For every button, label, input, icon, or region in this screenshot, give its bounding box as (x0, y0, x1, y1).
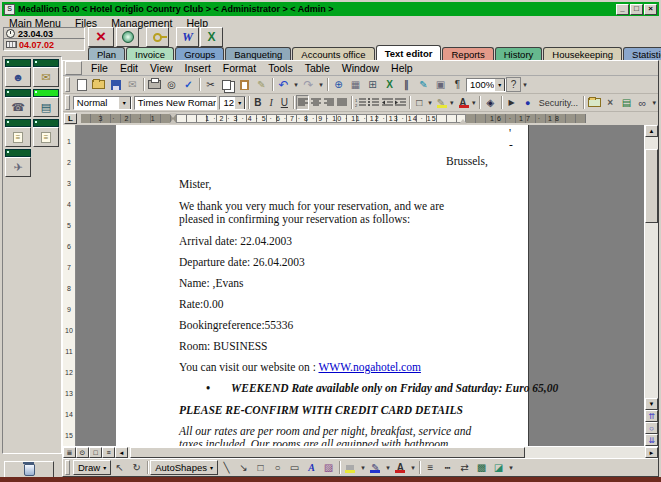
mail-button[interactable]: ✉ (33, 67, 59, 87)
redo-dropdown[interactable]: ▾ (317, 77, 325, 92)
help-button[interactable]: ? (506, 77, 521, 92)
copy-button[interactable] (219, 77, 236, 92)
toolbar-grip[interactable] (65, 460, 70, 476)
align-right-button[interactable] (323, 95, 336, 110)
toolbar-options-dropdown[interactable]: ▾ (521, 77, 529, 92)
tab-housekeeping[interactable]: Housekeeping (543, 47, 622, 60)
align-center-button[interactable] (309, 95, 322, 110)
word-menu-format[interactable]: Format (217, 62, 262, 74)
document-map-button[interactable]: ▣ (432, 77, 449, 92)
oval-tool-button[interactable]: ○ (269, 460, 286, 475)
line-style-button[interactable]: ≡ (422, 460, 439, 475)
insert-table-button[interactable]: ⊞ (364, 77, 381, 92)
website-link[interactable]: WWW.nogahotel.com (319, 361, 421, 373)
tab-plan[interactable]: Plan (88, 47, 125, 60)
send-button[interactable]: ✈ (5, 157, 31, 177)
draw-menu-button[interactable]: Draw ▾ (73, 460, 111, 475)
right-indent-marker[interactable] (459, 119, 467, 124)
exit-button[interactable]: × (88, 27, 114, 47)
toolbar-grip[interactable] (65, 61, 82, 74)
increase-indent-button[interactable] (394, 95, 407, 110)
free-rotate-button[interactable]: ↻ (128, 460, 145, 475)
design-mode-button[interactable] (586, 95, 602, 110)
scroll-right-button[interactable]: ► (645, 447, 658, 458)
bold-button[interactable]: B (251, 95, 264, 110)
decrease-indent-button[interactable] (381, 95, 394, 110)
word-menu-edit[interactable]: Edit (114, 62, 144, 74)
word-menu-view[interactable]: View (144, 62, 179, 74)
justify-button[interactable] (336, 95, 349, 110)
security-button[interactable]: Security... (536, 95, 581, 110)
select-browse-object-button[interactable]: ○ (645, 422, 658, 434)
medallion-macro-button[interactable]: ◈ (482, 95, 498, 110)
line-color-button[interactable]: ✎ (367, 460, 384, 475)
borders-button[interactable]: □ (412, 95, 426, 110)
word-menu-insert[interactable]: Insert (179, 62, 217, 74)
outline-view-button[interactable]: ≡ (102, 447, 115, 458)
toolbar-grip[interactable] (65, 77, 70, 93)
vertical-scroll-track[interactable] (645, 137, 658, 398)
vertical-scroll-thumb[interactable] (645, 149, 658, 223)
tab-text-editor[interactable]: Text editor (376, 45, 442, 60)
scroll-up-button[interactable]: ▲ (645, 125, 658, 137)
wordart-button[interactable]: A (303, 460, 320, 475)
tab-stop-selector[interactable]: L (64, 113, 77, 124)
title-bar[interactable]: S Medallion 5.00 < Hotel Origlio Country… (2, 2, 659, 16)
save-button[interactable] (107, 77, 124, 92)
arrow-tool-button[interactable]: ↘ (235, 460, 252, 475)
tab-groups[interactable]: Groups (175, 47, 224, 60)
highlight-dropdown[interactable]: ▾ (448, 95, 456, 110)
cut-button[interactable]: ✂ (202, 77, 219, 92)
scroll-down-button[interactable]: ▼ (645, 398, 658, 410)
trash-button[interactable] (4, 461, 54, 478)
word-menu-help[interactable]: Help (385, 62, 419, 74)
guest-button[interactable]: ☻ (5, 67, 31, 87)
word-menu-file[interactable]: File (85, 62, 114, 74)
excel-export-button[interactable]: X (200, 27, 223, 47)
show-hide-button[interactable]: ¶ (449, 77, 466, 92)
word-menu-table[interactable]: Table (299, 62, 336, 74)
tab-statistics[interactable]: Statistics (623, 47, 661, 60)
horizontal-scroll-thumb[interactable] (130, 447, 525, 458)
undo-dropdown[interactable]: ▾ (292, 77, 300, 92)
align-left-button[interactable] (296, 95, 309, 110)
text-box-button[interactable]: ▭ (286, 460, 303, 475)
insert-hyperlink-button[interactable]: ⊕ (330, 77, 347, 92)
undo-button[interactable]: ↶ (275, 77, 292, 92)
format-painter-button[interactable]: ✎ (253, 77, 270, 92)
close-button[interactable]: × (644, 4, 657, 15)
fill-color-button[interactable] (342, 460, 359, 475)
threed-button[interactable]: ◪ (490, 460, 507, 475)
font-color-button[interactable]: A (392, 460, 409, 475)
scheduler-button[interactable] (116, 27, 139, 47)
next-page-button[interactable]: ⇊ (645, 434, 658, 446)
word-menu-window[interactable]: Window (336, 62, 385, 74)
drawing-button[interactable]: ✎ (415, 77, 432, 92)
tab-accounts-office[interactable]: Accounts office (292, 47, 374, 60)
rectangle-tool-button[interactable]: □ (252, 460, 269, 475)
insert-clipart-button[interactable]: ▨ (320, 460, 337, 475)
restore-button[interactable]: □ (630, 4, 643, 15)
zoom-select[interactable]: 100% ▾ (466, 78, 506, 92)
autoshapes-menu-button[interactable]: AutoShapes ▾ (150, 460, 218, 475)
highlight-button[interactable]: ✎ (434, 95, 448, 110)
note-button-1[interactable]: ≡ (5, 127, 31, 147)
web-layout-view-button[interactable]: ⊙ (76, 447, 89, 458)
font-size-select[interactable]: 12 ▾ (219, 96, 246, 110)
style-select[interactable]: Normal ▾ (73, 96, 132, 110)
font-select[interactable]: Times New Roman ▾ (134, 96, 218, 110)
font-color-dropdown[interactable]: ▾ (470, 95, 478, 110)
scroll-left-button[interactable]: ◄ (115, 447, 128, 458)
dash-style-button[interactable]: ┅ (439, 460, 456, 475)
tables-borders-button[interactable]: ▦ (347, 77, 364, 92)
paste-button[interactable] (236, 77, 253, 92)
line-tool-button[interactable]: ╲ (218, 460, 235, 475)
tab-history[interactable]: History (495, 47, 543, 60)
bulleted-list-button[interactable] (367, 95, 380, 110)
note-button-2[interactable]: ≡ (33, 127, 59, 147)
tab-reports[interactable]: Reports (442, 47, 493, 60)
control-toolbox-button[interactable]: × (602, 95, 618, 110)
word-menu-tools[interactable]: Tools (262, 62, 299, 74)
toolbar-options-dropdown[interactable]: ▾ (507, 460, 515, 475)
font-color-dropdown[interactable]: ▾ (409, 460, 417, 475)
